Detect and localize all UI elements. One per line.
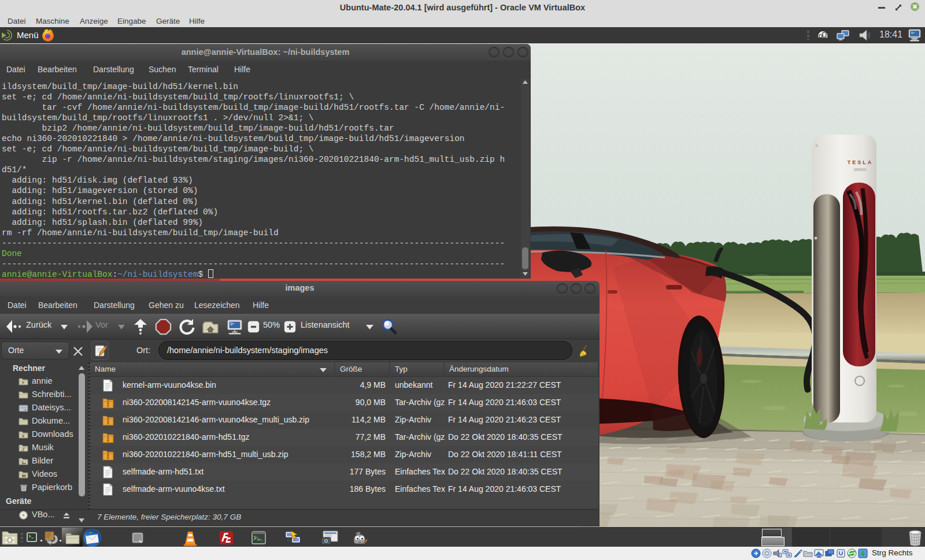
- svg-text:TESLA: TESLA: [848, 160, 874, 165]
